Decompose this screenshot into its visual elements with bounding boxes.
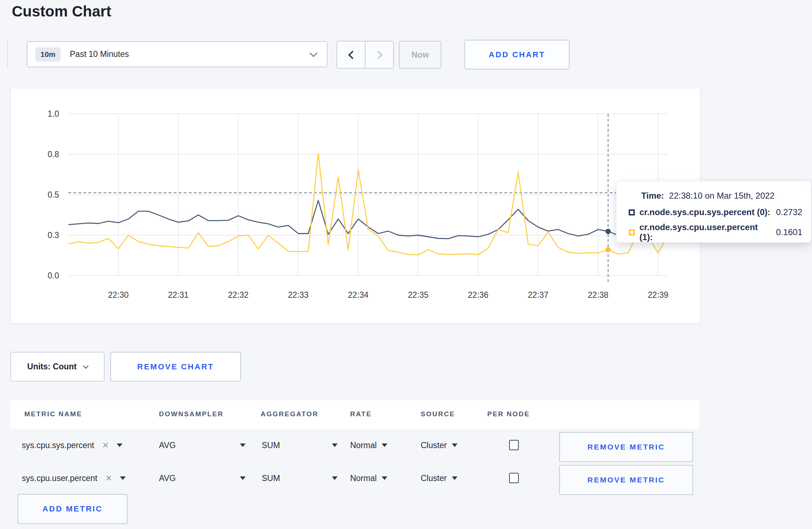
caret-down-icon: [332, 476, 338, 480]
aggregator-select[interactable]: SUM: [262, 462, 338, 495]
source-value: Cluster: [421, 441, 447, 450]
units-label: Units: Count: [27, 362, 77, 372]
time-range-badge: 10m: [35, 47, 61, 62]
next-time-button[interactable]: [366, 42, 393, 68]
svg-text:22:34: 22:34: [348, 290, 369, 300]
downsampler-select[interactable]: AVG: [159, 462, 246, 495]
toolbar-divider: [7, 41, 8, 67]
tooltip-series-name: cr.node.sys.cpu.user.percent (1):: [639, 222, 770, 242]
remove-metric-button[interactable]: REMOVE METRIC: [559, 432, 693, 462]
time-pager: [337, 41, 394, 69]
svg-text:1.0: 1.0: [48, 109, 59, 118]
metric-name-select[interactable]: sys.cpu.user.percent ✕: [22, 462, 151, 495]
chart-tooltip: Time:22:38:10 on Mar 15th, 2022 cr.node.…: [616, 181, 811, 243]
tooltip-time-value: 22:38:10 on Mar 15th, 2022: [669, 191, 775, 200]
custom-chart-page: Custom Chart 10m Past 10 Minutes Now ADD…: [0, 0, 812, 529]
svg-text:22:31: 22:31: [168, 290, 189, 300]
metric-name-value: sys.cpu.sys.percent: [22, 441, 94, 450]
svg-text:22:32: 22:32: [228, 290, 249, 300]
svg-text:22:38: 22:38: [588, 290, 609, 300]
col-header-downsampler: DOWNSAMPLER: [159, 410, 224, 418]
remove-chart-button[interactable]: REMOVE CHART: [110, 352, 241, 382]
svg-text:22:35: 22:35: [408, 290, 429, 300]
svg-text:22:33: 22:33: [288, 290, 309, 300]
col-header-metric-name: METRIC NAME: [24, 410, 82, 418]
page-title: Custom Chart: [12, 3, 111, 20]
tooltip-series-value: 0.2732: [776, 207, 802, 217]
caret-down-icon: [382, 443, 387, 447]
caret-down-icon: [382, 476, 387, 480]
chevron-left-icon: [348, 50, 357, 59]
svg-text:22:37: 22:37: [528, 290, 548, 300]
col-header-rate: RATE: [350, 410, 372, 418]
aggregator-select[interactable]: SUM: [262, 429, 338, 462]
col-header-source: SOURCE: [421, 410, 455, 418]
tooltip-series-value: 0.1601: [776, 227, 802, 237]
downsampler-value: AVG: [159, 441, 176, 450]
chevron-down-icon: [310, 49, 317, 57]
tooltip-series-name: cr.node.sys.cpu.sys.percent (0):: [639, 207, 770, 217]
user-series-swatch-icon: [629, 229, 635, 236]
metrics-table-header: METRIC NAME DOWNSAMPLER AGGREGATOR RATE …: [10, 400, 699, 429]
time-range-dropdown[interactable]: 10m Past 10 Minutes: [27, 41, 328, 67]
source-select[interactable]: Cluster: [421, 429, 458, 462]
svg-text:0.8: 0.8: [48, 150, 59, 159]
add-metric-button[interactable]: ADD METRIC: [18, 494, 127, 524]
rate-value: Normal: [350, 441, 377, 450]
caret-down-icon: [332, 443, 338, 447]
remove-metric-button[interactable]: REMOVE METRIC: [559, 465, 693, 495]
chart-card: 1.00.80.50.30.022:3022:3122:3222:3322:34…: [10, 88, 700, 324]
caret-down-icon: [240, 443, 246, 447]
source-value: Cluster: [421, 474, 447, 483]
metric-name-value: sys.cpu.user.percent: [22, 474, 97, 483]
aggregator-value: SUM: [262, 441, 280, 450]
downsampler-value: AVG: [159, 474, 176, 483]
rate-select[interactable]: Normal: [350, 462, 387, 495]
chevron-down-icon: [83, 363, 89, 369]
tooltip-series-row: cr.node.sys.cpu.sys.percent (0): 0.2732: [629, 207, 802, 217]
svg-text:22:36: 22:36: [468, 290, 489, 300]
tooltip-series-row: cr.node.sys.cpu.user.percent (1): 0.1601: [629, 222, 802, 242]
caret-down-icon: [452, 443, 458, 447]
caret-down-icon: [117, 443, 122, 447]
caret-down-icon: [452, 476, 458, 480]
clear-metric-icon[interactable]: ✕: [105, 474, 112, 483]
caret-down-icon: [240, 476, 246, 480]
tooltip-time-label: Time:: [641, 191, 664, 200]
svg-text:0.5: 0.5: [48, 190, 59, 199]
tooltip-time-row: Time:22:38:10 on Mar 15th, 2022: [629, 191, 802, 201]
svg-text:0.3: 0.3: [48, 230, 59, 240]
units-dropdown[interactable]: Units: Count: [10, 352, 105, 382]
col-header-aggregator: AGGREGATOR: [261, 410, 319, 418]
metric-name-select[interactable]: sys.cpu.sys.percent ✕: [22, 429, 151, 462]
svg-text:22:39: 22:39: [648, 290, 668, 300]
timeseries-chart[interactable]: 1.00.80.50.30.022:3022:3122:3222:3322:34…: [11, 88, 701, 324]
rate-value: Normal: [350, 474, 377, 483]
per-node-checkbox[interactable]: [509, 440, 519, 450]
source-select[interactable]: Cluster: [421, 462, 458, 495]
clear-metric-icon[interactable]: ✕: [102, 441, 109, 450]
time-range-label: Past 10 Minutes: [70, 49, 311, 59]
col-header-per-node: PER NODE: [487, 410, 530, 418]
svg-text:0.0: 0.0: [48, 271, 59, 280]
svg-text:22:30: 22:30: [108, 290, 129, 300]
prev-time-button[interactable]: [337, 42, 366, 68]
chevron-right-icon: [374, 50, 382, 59]
rate-select[interactable]: Normal: [350, 429, 387, 462]
table-row: sys.cpu.sys.percent ✕ AVG SUM Normal Clu…: [10, 429, 699, 462]
downsampler-select[interactable]: AVG: [159, 429, 246, 462]
caret-down-icon: [120, 476, 126, 480]
add-chart-button[interactable]: ADD CHART: [464, 40, 570, 69]
now-button[interactable]: Now: [399, 41, 441, 69]
sys-series-swatch-icon: [629, 209, 635, 215]
per-node-checkbox[interactable]: [509, 473, 519, 483]
table-row: sys.cpu.user.percent ✕ AVG SUM Normal Cl…: [10, 462, 699, 495]
aggregator-value: SUM: [262, 474, 280, 483]
